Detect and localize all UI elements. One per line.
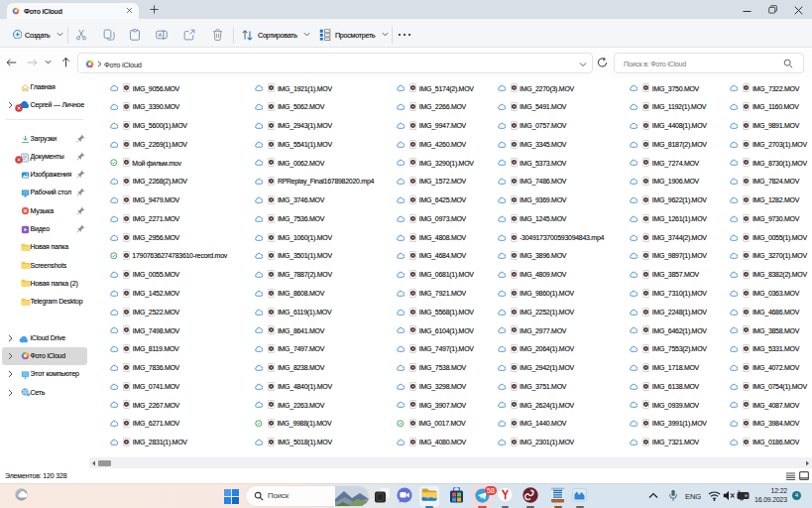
svg-text:58: 58: [487, 487, 495, 494]
